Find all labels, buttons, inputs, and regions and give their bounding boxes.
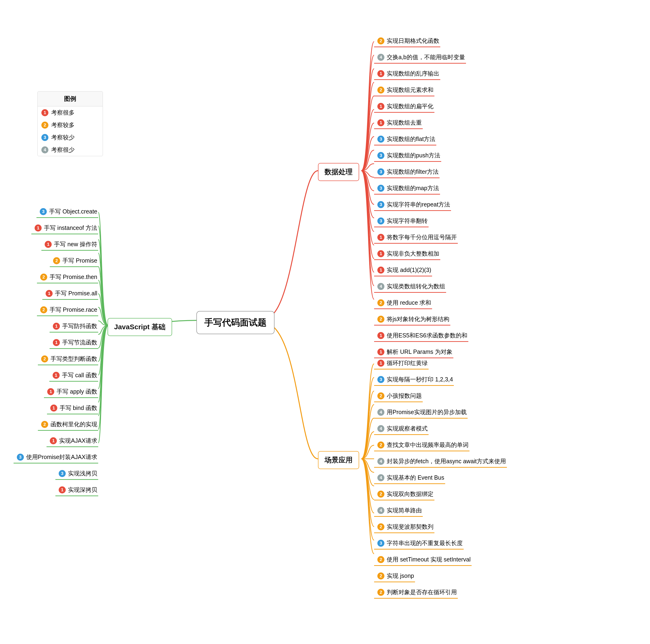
leaf-label: 小孩报数问题	[387, 392, 422, 400]
leaf-node[interactable]: 2手写 Promise.then	[37, 272, 98, 283]
leaf-node[interactable]: 3实现字符串的repeat方法	[374, 199, 451, 211]
leaf-node[interactable]: 3实现字符串翻转	[374, 216, 429, 227]
leaf-node[interactable]: 2实现斐波那契数列	[374, 522, 434, 533]
priority-badge-icon: 1	[50, 437, 57, 444]
leaf-label: 判断对象是否存在循环引用	[387, 588, 457, 596]
root-node[interactable]: 手写代码面试题	[196, 311, 275, 334]
priority-badge-icon: 2	[377, 572, 385, 579]
leaf-node[interactable]: 2手写 Promise.race	[37, 305, 98, 316]
priority-badge-icon: 4	[377, 507, 385, 514]
leaf-node[interactable]: 4封装异步的fetch，使用async await方式来使用	[374, 456, 507, 468]
leaf-node[interactable]: 1使用ES5和ES6求函数参数的和	[374, 330, 468, 342]
leaf-node[interactable]: 2判断对象是否存在循环引用	[374, 587, 458, 599]
leaf-node[interactable]: 1手写 bind 函数	[47, 403, 98, 415]
leaf-node[interactable]: 1手写 call 函数	[49, 370, 98, 382]
leaf-node[interactable]: 3实现数组的push方法	[374, 150, 441, 162]
leaf-node[interactable]: 2使用 reduce 求和	[374, 297, 432, 309]
leaf-node[interactable]: 2使用 setTimeout 实现 setInterval	[374, 554, 472, 566]
priority-badge-icon: 1	[377, 103, 385, 110]
leaf-node[interactable]: 4实现基本的 Event Bus	[374, 472, 445, 484]
priority-badge-icon: 2	[40, 274, 47, 281]
leaf-node[interactable]: 3实现数组的flat方法	[374, 134, 436, 145]
leaf-node[interactable]: 3实现数组的filter方法	[374, 167, 440, 178]
leaf-label: 查找文章中出现频率最高的单词	[387, 441, 469, 449]
leaf-node[interactable]: 4交换a,b的值，不能用临时变量	[374, 52, 466, 64]
leaf-node[interactable]: 2函数柯里化的实现	[38, 419, 98, 431]
leaf-node[interactable]: 1手写 Promise.all	[42, 288, 98, 300]
leaf-label: 手写 Promise.all	[55, 289, 97, 297]
leaf-node[interactable]: 1手写防抖函数	[49, 321, 98, 332]
leaf-label: 实现字符串的repeat方法	[387, 201, 450, 208]
leaf-label: 实现日期格式化函数	[387, 37, 439, 45]
leaf-node[interactable]: 4实现简单路由	[374, 505, 423, 517]
leaf-label: 实现深拷贝	[68, 486, 97, 494]
leaf-node[interactable]: 2小孩报数问题	[374, 391, 423, 402]
leaf-label: 实现双向数据绑定	[387, 490, 433, 498]
leaf-node[interactable]: 1实现数组的乱序输出	[374, 68, 440, 80]
leaf-node[interactable]: 1实现数组去重	[374, 117, 423, 129]
branch-scene[interactable]: 场景应用	[318, 451, 359, 469]
leaf-label: 将数字每千分位用逗号隔开	[387, 234, 457, 241]
priority-badge-icon: 1	[50, 404, 57, 412]
leaf-node[interactable]: 1手写 new 操作符	[41, 239, 98, 251]
leaf-label: 实现浅拷贝	[68, 470, 97, 477]
priority-badge-icon: 1	[377, 349, 385, 355]
priority-badge-icon: 2	[41, 355, 48, 362]
leaf-node[interactable]: 2实现双向数据绑定	[374, 489, 434, 500]
leaf-node[interactable]: 1手写 instanceof 方法	[31, 223, 98, 234]
leaf-node[interactable]: 3实现浅拷贝	[56, 468, 98, 480]
leaf-node[interactable]: 2将js对象转化为树形结构	[374, 314, 450, 325]
leaf-node[interactable]: 1实现数组的扁平化	[374, 101, 434, 113]
leaf-node[interactable]: 1循环打印红黄绿	[374, 358, 429, 369]
leaf-node[interactable]: 1实现深拷贝	[56, 485, 98, 496]
leaf-node[interactable]: 4用Promise实现图片的异步加载	[374, 407, 468, 419]
leaf-label: 实现 add(1)(2)(3)	[387, 266, 431, 274]
legend-box: 图例 1考察很多2考察较多3考察较少4考察很少	[37, 91, 103, 156]
priority-badge-icon: 1	[53, 323, 60, 330]
priority-badge-icon: 3	[377, 152, 385, 159]
leaf-node[interactable]: 2实现日期格式化函数	[374, 36, 440, 47]
leaf-node[interactable]: 3手写 Object.create	[36, 206, 98, 218]
branch-js[interactable]: JavaScript 基础	[108, 318, 172, 336]
priority-badge-icon: 4	[377, 283, 385, 290]
priority-badge-icon: 2	[377, 589, 385, 596]
priority-badge-icon: 1	[59, 487, 66, 493]
leaf-node[interactable]: 1将数字每千分位用逗号隔开	[374, 232, 458, 244]
leaf-node[interactable]: 2实现数组元素求和	[374, 85, 434, 96]
priority-badge-icon: 2	[377, 37, 385, 44]
leaf-label: 字符串出现的不重复最长长度	[387, 539, 463, 547]
leaf-node[interactable]: 2查找文章中出现频率最高的单词	[374, 440, 469, 451]
leaf-node[interactable]: 3实现每隔一秒打印 1,2,3,4	[374, 374, 454, 386]
leaf-label: 实现观察者模式	[387, 425, 428, 432]
leaf-label: 实现数组去重	[387, 119, 422, 127]
priority-badge-icon: 2	[41, 421, 48, 428]
leaf-node[interactable]: 1实现 add(1)(2)(3)	[374, 265, 432, 276]
leaf-node[interactable]: 3使用Promise封装AJAX请求	[13, 452, 98, 463]
priority-badge-icon: 4	[377, 54, 385, 61]
priority-badge-icon: 1	[47, 388, 54, 395]
legend-row: 3考察较少	[38, 131, 103, 144]
priority-badge-icon: 1	[377, 250, 385, 257]
leaf-label: 使用Promise封装AJAX请求	[26, 453, 97, 461]
leaf-label: 手写防抖函数	[62, 322, 97, 330]
leaf-node[interactable]: 1手写节流函数	[49, 337, 98, 349]
priority-badge-icon: 2	[377, 316, 385, 323]
leaf-node[interactable]: 2手写类型判断函数	[38, 354, 98, 365]
leaf-label: 手写 instanceof 方法	[44, 224, 97, 232]
priority-badge-icon: 3	[377, 217, 385, 224]
priority-badge-icon: 4	[377, 425, 385, 432]
priority-badge-icon: 2	[377, 523, 385, 530]
leaf-node[interactable]: 3实现数组的map方法	[374, 183, 440, 194]
leaf-node[interactable]: 1实现AJAX请求	[46, 435, 98, 447]
leaf-node[interactable]: 1实现非负大整数相加	[374, 248, 440, 260]
priority-badge-icon: 1	[377, 234, 385, 241]
leaf-node[interactable]: 2实现 jsonp	[374, 571, 415, 582]
priority-badge-icon: 3	[377, 168, 385, 175]
leaf-node[interactable]: 4实现类数组转化为数组	[374, 281, 446, 293]
priority-badge-icon: 4	[377, 474, 385, 481]
leaf-node[interactable]: 3字符串出现的不重复最长长度	[374, 538, 464, 549]
leaf-node[interactable]: 1手写 apply 函数	[44, 386, 98, 398]
leaf-node[interactable]: 2手写 Promise	[50, 255, 98, 267]
branch-data[interactable]: 数据处理	[318, 163, 359, 181]
leaf-node[interactable]: 4实现观察者模式	[374, 423, 429, 435]
